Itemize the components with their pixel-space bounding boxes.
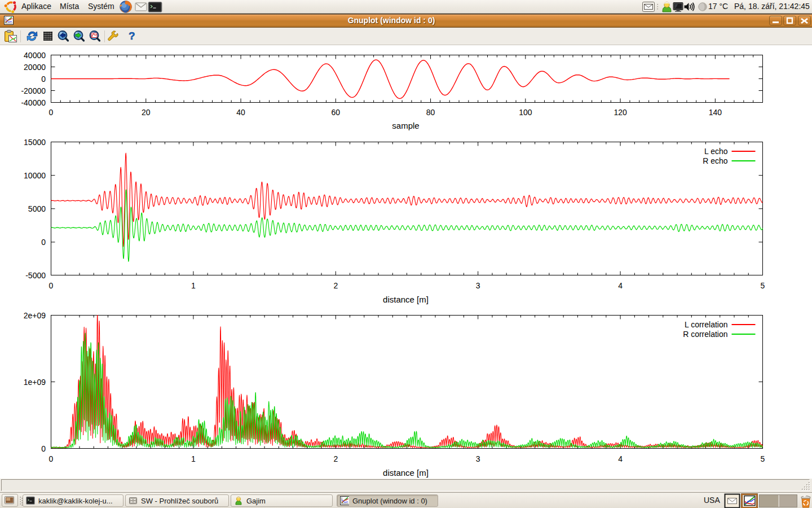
svg-text:4: 4 [618,454,623,463]
svg-text:1: 1 [191,281,196,290]
svg-text:1: 1 [191,454,196,463]
svg-text:0: 0 [41,75,46,84]
svg-text:4: 4 [618,281,623,290]
svg-text:0: 0 [41,238,46,247]
svg-text:0: 0 [41,444,46,453]
svg-text:3: 3 [476,281,480,290]
svg-text:120: 120 [614,108,627,117]
svg-text:-20000: -20000 [21,86,46,95]
svg-text:L echo: L echo [704,147,728,156]
svg-text:-40000: -40000 [21,98,46,107]
svg-text:40000: 40000 [24,51,46,60]
svg-text:0: 0 [49,454,54,463]
svg-text:3: 3 [476,454,480,463]
svg-text:sample: sample [392,121,419,130]
svg-text:L correlation: L correlation [685,320,728,329]
svg-text:distance [m]: distance [m] [383,468,429,478]
svg-text:100: 100 [519,108,532,117]
svg-text:0: 0 [49,281,54,290]
svg-text:0: 0 [49,108,54,117]
svg-text:15000: 15000 [24,138,46,147]
svg-text:5: 5 [761,454,765,463]
svg-text:5: 5 [761,281,765,290]
svg-text:2e+09: 2e+09 [24,311,46,320]
svg-text:60: 60 [332,108,341,117]
svg-text:distance [m]: distance [m] [383,295,429,304]
svg-text:5000: 5000 [28,204,46,213]
svg-text:R echo: R echo [703,156,728,165]
svg-text:40: 40 [236,108,245,117]
svg-text:140: 140 [709,108,722,117]
svg-text:-5000: -5000 [25,271,46,280]
svg-text:10000: 10000 [24,171,46,180]
svg-text:80: 80 [426,108,435,117]
svg-text:20: 20 [142,108,151,117]
svg-text:2: 2 [333,281,338,290]
svg-text:20000: 20000 [24,63,46,72]
svg-text:?: ? [129,30,135,42]
svg-text:2: 2 [333,454,338,463]
svg-text:R correlation: R correlation [683,330,727,339]
svg-text:1e+09: 1e+09 [24,378,46,387]
